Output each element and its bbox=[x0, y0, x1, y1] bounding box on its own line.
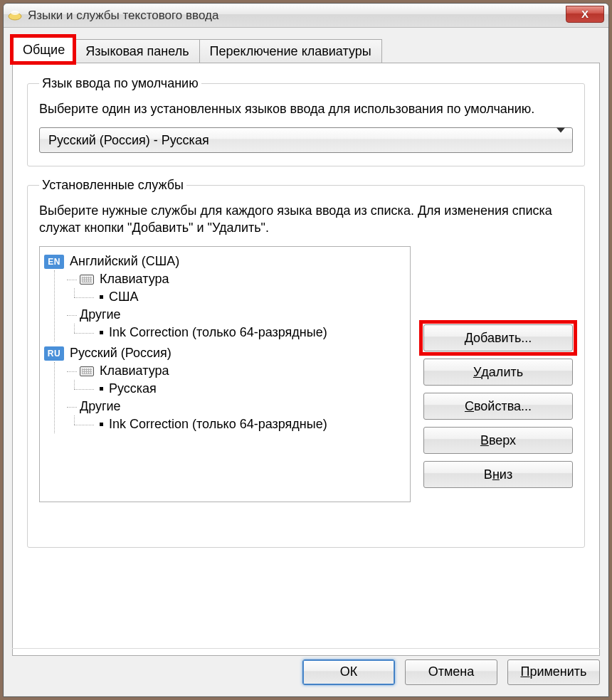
tree-cat-keyboard-ru[interactable]: Клавиатура bbox=[80, 362, 406, 380]
cat-label: Клавиатура bbox=[100, 364, 169, 378]
bullet-icon bbox=[100, 295, 103, 299]
group-installed-services: Установленные службы Выберите нужные слу… bbox=[27, 178, 585, 548]
default-language-desc: Выберите один из установленных языков вв… bbox=[39, 101, 573, 117]
svg-point-1 bbox=[11, 11, 19, 15]
group-default-language-legend: Язык ввода по умолчанию bbox=[39, 76, 201, 91]
tab-switch-keyboard-label: Переключение клавиатуры bbox=[210, 44, 371, 59]
bullet-icon bbox=[100, 387, 103, 391]
cancel-button-label: Отмена bbox=[428, 664, 475, 679]
lang-badge-ru: RU bbox=[44, 346, 64, 361]
add-button[interactable]: Добавить... bbox=[423, 324, 573, 351]
tree-item-label: Ink Correction (только 64-разрядные) bbox=[109, 325, 327, 340]
tree-lang-en[interactable]: EN Английский (США) Клавиатура bbox=[44, 253, 406, 341]
tab-switch-keyboard[interactable]: Переключение клавиатуры bbox=[199, 39, 382, 63]
bullet-icon bbox=[100, 331, 103, 334]
properties-button-label: войства... bbox=[474, 399, 532, 414]
up-button-label: верх bbox=[489, 433, 516, 448]
default-language-selected: Русский (Россия) - Русская bbox=[48, 133, 209, 148]
tab-general[interactable]: Общие bbox=[12, 36, 75, 63]
ok-button[interactable]: ОК bbox=[302, 659, 395, 685]
content-area: Общие Языковая панель Переключение клави… bbox=[4, 28, 608, 657]
group-default-language: Язык ввода по умолчанию Выберите один из… bbox=[27, 76, 585, 166]
default-language-combo[interactable]: Русский (Россия) - Русская bbox=[39, 127, 573, 153]
tree-item[interactable]: Русская bbox=[67, 380, 406, 398]
dialog-buttons: ОК Отмена Применить bbox=[12, 648, 600, 686]
tree-item[interactable]: США bbox=[67, 288, 406, 306]
tab-language-bar-label: Языковая панель bbox=[85, 44, 189, 59]
installed-services-desc: Выберите нужные службы для каждого языка… bbox=[39, 203, 573, 236]
properties-button[interactable]: Свойства... bbox=[423, 393, 573, 420]
mnemonic: Д bbox=[465, 331, 473, 345]
keyboard-icon bbox=[80, 366, 94, 376]
close-icon: X bbox=[581, 8, 589, 20]
add-button-label: обавить... bbox=[473, 331, 532, 345]
dialog-window: Языки и службы текстового ввода X Общие … bbox=[3, 3, 609, 697]
tree-lang-ru[interactable]: RU Русский (Россия) Клавиатура bbox=[44, 344, 406, 433]
tree-item-label: Ink Correction (только 64-разрядные) bbox=[109, 417, 327, 432]
tree-cat-other-en[interactable]: Другие bbox=[80, 306, 406, 324]
app-icon bbox=[8, 9, 22, 23]
group-installed-services-legend: Установленные службы bbox=[39, 178, 186, 193]
lang-name-ru: Русский (Россия) bbox=[70, 346, 172, 361]
tabs: Общие Языковая панель Переключение клави… bbox=[12, 36, 600, 63]
close-button[interactable]: X bbox=[566, 6, 604, 23]
down-button-label: из bbox=[500, 467, 512, 482]
up-button[interactable]: Вверх bbox=[423, 427, 573, 454]
keyboard-icon bbox=[80, 275, 94, 285]
bullet-icon bbox=[100, 423, 103, 426]
tree-cat-keyboard-en[interactable]: Клавиатура bbox=[80, 270, 406, 288]
lang-badge-en: EN bbox=[44, 255, 64, 269]
remove-button[interactable]: Удалить bbox=[423, 359, 573, 386]
cat-label: Другие bbox=[80, 307, 121, 322]
remove-button-label: далить bbox=[481, 365, 523, 380]
down-button[interactable]: Вниз bbox=[423, 461, 573, 488]
tab-panel-general: Язык ввода по умолчанию Выберите один из… bbox=[12, 63, 600, 656]
apply-button-label: рименить bbox=[529, 664, 586, 679]
tree-item-label: Русская bbox=[109, 381, 157, 396]
cat-label: Клавиатура bbox=[100, 272, 169, 287]
services-tree[interactable]: EN Английский (США) Клавиатура bbox=[39, 246, 411, 502]
tab-language-bar[interactable]: Языковая панель bbox=[75, 39, 199, 63]
services-buttons: Добавить... Удалить Свойства... Вверх Вн… bbox=[423, 246, 573, 502]
tree-item[interactable]: Ink Correction (только 64-разрядные) bbox=[67, 415, 406, 433]
lang-name-en: Английский (США) bbox=[70, 254, 179, 269]
tree-cat-other-ru[interactable]: Другие bbox=[80, 398, 406, 415]
chevron-down-icon bbox=[556, 133, 565, 148]
ok-button-label: ОК bbox=[340, 664, 358, 679]
tab-general-label: Общие bbox=[23, 43, 65, 58]
tree-item[interactable]: Ink Correction (только 64-разрядные) bbox=[67, 324, 406, 341]
window-title: Языки и службы текстового ввода bbox=[28, 9, 566, 23]
apply-button[interactable]: Применить bbox=[507, 659, 600, 685]
cat-label: Другие bbox=[80, 399, 121, 414]
tree-item-label: США bbox=[109, 290, 139, 304]
titlebar: Языки и службы текстового ввода X bbox=[4, 4, 608, 28]
cancel-button[interactable]: Отмена bbox=[405, 659, 497, 685]
